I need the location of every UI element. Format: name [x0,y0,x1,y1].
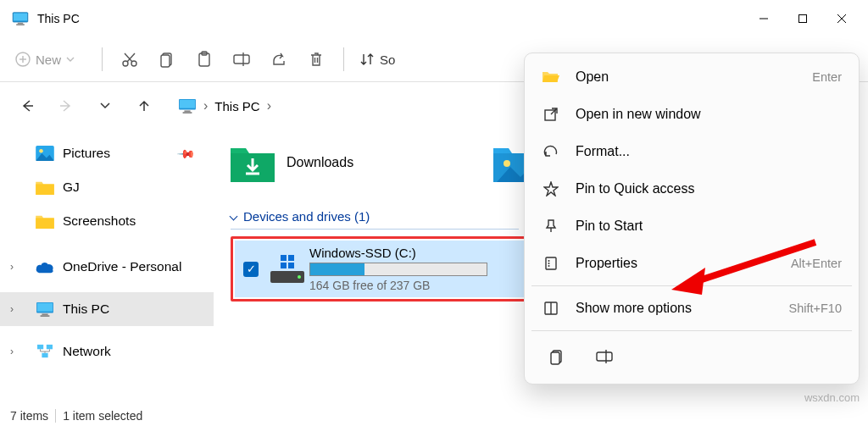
menu-pin-quick[interactable]: Pin to Quick access [530,170,854,207]
expand-chevron-icon[interactable]: › [10,303,14,315]
menu-new-window[interactable]: Open in new window [530,96,854,133]
expand-chevron-icon[interactable]: › [10,346,14,357]
status-bar: 7 items 1 item selected [0,406,868,426]
new-label: New [36,53,61,67]
clipboard-icon [196,51,213,68]
folder-open-icon [542,70,560,84]
up-button[interactable] [127,89,161,123]
menu-more-options[interactable]: Show more options Shift+F10 [530,290,854,327]
breadcrumb-segment[interactable]: This PC [209,96,264,117]
menu-format[interactable]: Format... [530,133,854,170]
rename-button[interactable] [225,42,259,76]
svg-rect-57 [597,352,612,361]
close-button[interactable] [822,5,861,32]
menu-shortcut: Shift+F10 [789,302,842,315]
menu-label: Show more options [576,301,692,316]
plus-circle-icon [15,52,31,67]
trash-icon [308,51,325,68]
expand-chevron-icon[interactable]: › [10,261,14,273]
menu-label: Properties [576,256,637,271]
sidebar-item-gj[interactable]: GJ [0,170,214,204]
svg-rect-35 [42,353,47,357]
menu-open[interactable]: Open Enter [530,58,854,96]
delete-button[interactable] [299,42,333,76]
maximize-button[interactable] [783,5,822,32]
sidebar-label: GJ [63,180,80,195]
menu-pin-start[interactable]: Pin to Start [530,207,854,245]
sidebar-item-pictures[interactable]: Pictures 📌 [0,136,214,170]
svg-point-47 [548,260,550,262]
svg-point-38 [504,160,510,167]
svg-rect-28 [36,218,54,229]
sidebar-item-this-pc[interactable]: › This PC [0,292,214,326]
forward-button[interactable] [49,89,83,123]
context-menu: Open Enter Open in new window Format... … [524,53,860,385]
more-icon [542,301,560,316]
share-button[interactable] [262,42,296,76]
drive-c[interactable]: ✓ Windows-SSD (C:) 164 GB free of 237 GB [235,241,533,297]
network-icon [36,344,54,359]
folder-downloads[interactable]: Downloads [231,138,468,187]
checkbox-checked-icon[interactable]: ✓ [243,262,259,277]
new-button[interactable]: New [15,52,75,67]
this-pc-icon [178,98,197,113]
group-label: Devices and drives (1) [243,209,370,224]
svg-rect-1 [14,14,27,21]
svg-rect-19 [234,55,249,64]
menu-label: Format... [576,144,630,159]
annotation-highlight: ✓ Windows-SSD (C:) 164 GB free of 237 GB [231,236,537,302]
pictures-icon [36,146,54,161]
sort-button[interactable]: So [359,52,395,67]
drive-usage-bar [309,263,487,276]
svg-rect-27 [36,184,54,195]
paste-button[interactable] [187,42,221,76]
sidebar-item-onedrive[interactable]: › OneDrive - Personal [0,250,214,284]
this-pc-icon [36,302,54,317]
window-title: This PC [37,12,744,25]
svg-point-49 [548,265,550,267]
menu-separator [531,285,852,286]
sidebar-label: Pictures [63,146,110,161]
star-icon [542,181,560,196]
menu-rename-button[interactable] [589,341,620,372]
menu-copy-button[interactable] [542,341,572,372]
copy-icon [159,51,175,68]
svg-point-26 [39,149,43,153]
new-window-icon [542,107,560,122]
menu-properties[interactable]: Properties Alt+Enter [530,245,854,282]
group-underline [231,229,519,230]
minimize-button[interactable] [744,5,783,32]
svg-point-44 [298,275,301,279]
sidebar-item-network[interactable]: › Network [0,335,214,368]
onedrive-icon [36,260,54,274]
cut-button[interactable] [113,42,147,76]
properties-icon [542,256,560,271]
menu-label: Pin to Quick access [576,181,695,196]
folder-icon [36,213,54,229]
scissors-icon [121,51,138,68]
share-icon [270,51,287,68]
pin-icon: 📌 [176,143,196,163]
breadcrumb-separator[interactable]: › [202,98,209,113]
menu-label: Open in new window [576,107,701,122]
svg-rect-42 [288,263,294,268]
drive-icon [269,255,306,284]
menu-label: Open [576,69,609,85]
copy-icon [548,348,565,365]
toolbar-separator [343,47,344,71]
sort-icon [359,52,375,67]
recent-dropdown[interactable] [88,89,122,123]
pin-icon [542,219,560,234]
back-button[interactable] [10,89,44,123]
breadcrumb-separator[interactable]: › [265,98,273,113]
sidebar-item-screenshots[interactable]: Screenshots [0,204,214,238]
svg-point-48 [548,263,550,264]
sidebar-label: Screenshots [63,213,136,229]
copy-button[interactable] [150,42,184,76]
sidebar-label: This PC [63,302,109,317]
watermark: wsxdn.com [804,391,860,404]
folder-label: Downloads [287,155,353,170]
title-bar: This PC [0,0,868,37]
svg-rect-5 [799,15,807,23]
chevron-down-icon [230,213,238,221]
